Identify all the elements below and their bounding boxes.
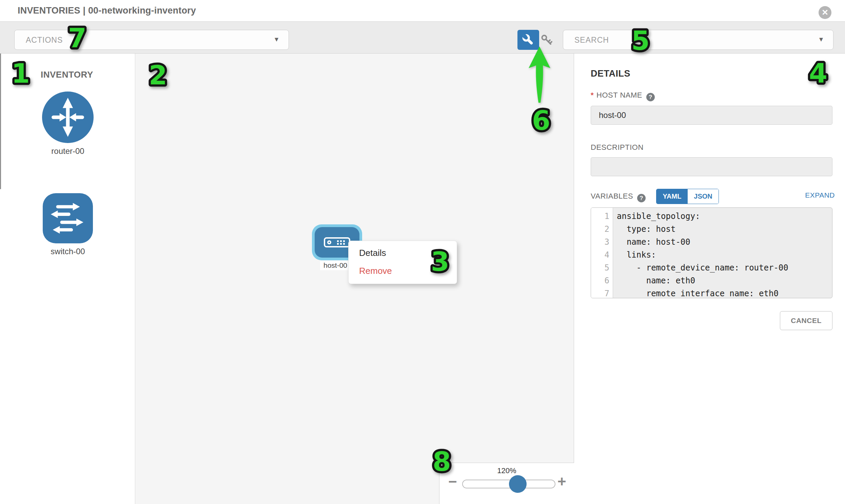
line-number: 5 [591,261,613,274]
line-number: 1 [591,210,613,223]
node-context-menu: Details Remove [348,241,457,284]
line-text: remote_interface_name: eth0 [613,287,778,298]
key-icon [541,34,553,46]
code-line: 4 links: [591,249,832,261]
sidebar-item-switch[interactable]: switch-00 [42,193,94,256]
app-header: INVENTORIES | 00-networking-inventory ✕ [0,0,845,22]
code-line: 6 name: eth0 [591,274,832,287]
editor-rows: 1 ansible_topology: 2 type: host 3 name:… [591,210,832,298]
host-name-label: HOST NAME [596,91,642,99]
zoom-in-button[interactable]: + [558,473,566,490]
switch-icon [42,193,93,244]
code-line: 2 type: host [591,223,832,236]
zoom-slider[interactable] [462,480,556,488]
sidebar-item-router[interactable]: router-00 [42,91,94,156]
details-panel-title: DETAILS [591,69,630,79]
search-dropdown[interactable]: SEARCH ▾ [563,30,833,50]
code-line: 7 remote_interface_name: eth0 [591,287,832,298]
json-toggle-button[interactable]: JSON [688,189,719,204]
line-number: 7 [591,287,613,298]
context-menu-remove[interactable]: Remove [359,266,392,276]
toolbar: ACTIONS ▾ SEARCH [0,22,845,54]
host-node-label: host-00 [320,260,351,270]
actions-dropdown[interactable]: ACTIONS ▾ [14,30,289,50]
configure-topology-button[interactable] [517,30,539,50]
variables-format-toggle: YAML JSON [656,189,719,204]
line-text: name: host-00 [613,236,690,249]
line-number: 3 [591,236,613,249]
help-icon[interactable]: ? [637,194,646,202]
host-name-label-row: *HOST NAME? [591,91,655,101]
zoom-control-panel: 120% − + [439,463,574,504]
description-label: DESCRIPTION [591,143,644,152]
context-menu-details[interactable]: Details [359,248,386,258]
router-icon [42,91,93,143]
details-panel: DETAILS *HOST NAME? DESCRIPTION VARIABLE… [575,54,845,504]
cancel-button[interactable]: CANCEL [780,311,832,330]
line-text: name: eth0 [613,274,695,287]
wrench-icon [522,33,535,47]
code-line: 3 name: host-00 [591,236,832,249]
actions-dropdown-label: ACTIONS [26,36,63,45]
router-label: router-00 [42,146,94,156]
line-text: ansible_topology: [613,210,700,223]
line-text: - remote_device_name: router-00 [613,261,788,274]
switch-label: switch-00 [42,247,94,256]
code-line: 5 - remote_device_name: router-00 [591,261,832,274]
chevron-down-icon: ▾ [819,35,823,44]
zoom-slider-knob[interactable] [509,475,527,493]
close-button[interactable]: ✕ [818,6,831,19]
topology-canvas[interactable]: host-00 Details Remove 120% − + [136,54,574,504]
expand-link[interactable]: EXPAND [805,191,835,199]
inventory-sidebar: INVENTORY router-00 [0,54,135,504]
key-credentials-button[interactable] [541,34,553,46]
line-text: type: host [613,223,675,236]
host-server-icon [324,237,350,248]
required-marker: * [591,91,594,99]
line-number: 2 [591,223,613,236]
variables-label-row: VARIABLES? [591,192,646,202]
host-name-input[interactable] [591,106,832,125]
description-input[interactable] [591,157,832,176]
yaml-toggle-button[interactable]: YAML [656,189,688,204]
variables-code-editor[interactable]: 1 ansible_topology: 2 type: host 3 name:… [591,208,832,298]
zoom-out-button[interactable]: − [448,473,457,490]
line-number: 6 [591,274,613,287]
chevron-down-icon: ▾ [275,35,278,44]
sidebar-title: INVENTORY [41,70,93,80]
sidebar-edge-divider [0,54,1,189]
inventories-topology-screen: INVENTORIES | 00-networking-inventory ✕ … [0,0,845,504]
close-icon: ✕ [822,8,828,17]
line-number: 4 [591,249,613,261]
variables-label: VARIABLES [591,192,633,200]
code-line: 1 ansible_topology: [591,210,832,223]
zoom-level-value: 120% [439,466,574,475]
help-icon[interactable]: ? [646,93,655,101]
page-title: INVENTORIES | 00-networking-inventory [18,5,196,16]
line-text: links: [613,249,656,261]
search-input: SEARCH [575,36,609,45]
